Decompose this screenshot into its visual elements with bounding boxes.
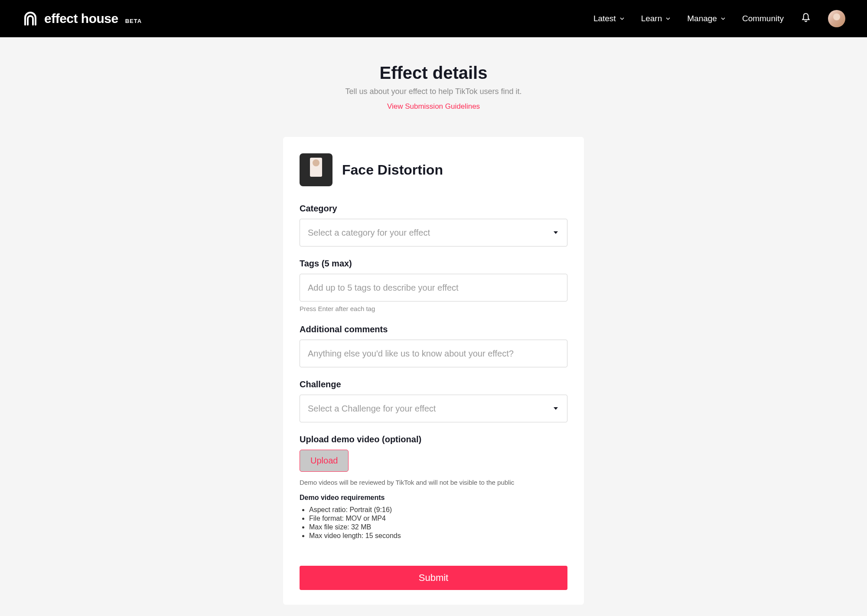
effect-form-card: Face Distortion Category Tags (5 max) Pr…: [283, 137, 584, 605]
nav-community[interactable]: Community: [742, 14, 784, 23]
comments-label: Additional comments: [300, 324, 567, 334]
chevron-down-icon: [619, 16, 625, 21]
page-subtitle: Tell us about your effect to help TikTok…: [9, 87, 858, 96]
challenge-group: Challenge: [300, 379, 567, 422]
nav-latest[interactable]: Latest: [593, 14, 625, 23]
chevron-down-icon: [665, 16, 671, 21]
requirement-item: File format: MOV or MP4: [309, 515, 567, 522]
page-title: Effect details: [9, 63, 858, 83]
arch-icon: [22, 9, 39, 28]
challenge-label: Challenge: [300, 379, 567, 389]
tags-label: Tags (5 max): [300, 259, 567, 269]
chevron-down-icon: [720, 16, 726, 21]
nav-latest-label: Latest: [593, 14, 616, 23]
upload-label: Upload demo video (optional): [300, 434, 567, 444]
nav-learn-label: Learn: [641, 14, 662, 23]
category-select[interactable]: [300, 219, 567, 246]
category-group: Category: [300, 204, 567, 246]
page-header: Effect details Tell us about your effect…: [0, 37, 867, 124]
tags-hint: Press Enter after each tag: [300, 305, 567, 312]
requirements-list: Aspect ratio: Portrait (9:16) File forma…: [300, 506, 567, 540]
upload-note: Demo videos will be reviewed by TikTok a…: [300, 479, 567, 486]
upload-button[interactable]: Upload: [300, 450, 349, 472]
effect-name: Face Distortion: [342, 162, 443, 178]
bell-icon[interactable]: [800, 12, 812, 25]
tags-group: Tags (5 max) Press Enter after each tag: [300, 259, 567, 312]
avatar[interactable]: [828, 10, 845, 27]
brand-logo[interactable]: effect house BETA: [22, 9, 142, 28]
nav-manage[interactable]: Manage: [687, 14, 726, 23]
requirement-item: Max video length: 15 seconds: [309, 532, 567, 540]
effect-thumbnail: [300, 153, 332, 186]
effect-header: Face Distortion: [300, 153, 567, 186]
requirements-title: Demo video requirements: [300, 494, 567, 502]
requirement-item: Aspect ratio: Portrait (9:16): [309, 506, 567, 514]
comments-group: Additional comments: [300, 324, 567, 367]
tags-input[interactable]: [300, 274, 567, 302]
top-header: effect house BETA Latest Learn Manage Co…: [0, 0, 867, 37]
main-nav: Latest Learn Manage Community: [593, 10, 845, 27]
brand-badge: BETA: [125, 18, 142, 24]
requirement-item: Max file size: 32 MB: [309, 523, 567, 531]
category-label: Category: [300, 204, 567, 214]
brand-name: effect house: [44, 11, 118, 26]
submit-button[interactable]: Submit: [300, 566, 567, 590]
nav-learn[interactable]: Learn: [641, 14, 671, 23]
comments-input[interactable]: [300, 340, 567, 367]
upload-group: Upload demo video (optional) Upload Demo…: [300, 434, 567, 540]
guidelines-link[interactable]: View Submission Guidelines: [387, 102, 480, 110]
nav-community-label: Community: [742, 14, 784, 23]
challenge-select[interactable]: [300, 395, 567, 422]
nav-manage-label: Manage: [687, 14, 717, 23]
